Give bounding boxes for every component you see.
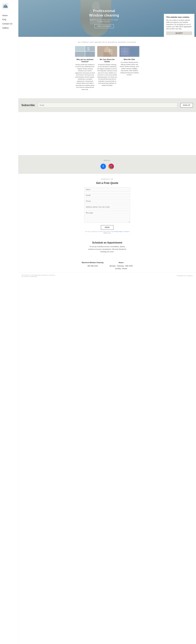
footer-powered-by: POWERED BY GODADDY bbox=[177, 275, 193, 276]
svg-rect-2 bbox=[75, 46, 85, 52]
cookie-text: We use cookies to analyze website traffi… bbox=[166, 19, 192, 30]
captcha-notice: This site is protected by reCAPTCHA and … bbox=[84, 231, 130, 234]
social-label: SOCIAL bbox=[21, 160, 193, 161]
nav-list: Home FAQ Contact Us › Gallery bbox=[2, 14, 16, 29]
card-image-svg-3 bbox=[119, 46, 139, 57]
footer-col-business: Maverick Window Cleaning 385-368-1635 bbox=[82, 262, 103, 270]
card-image-2 bbox=[97, 46, 117, 57]
chevron-icon: › bbox=[12, 23, 13, 24]
contact-section-label: CONTACT US bbox=[21, 178, 193, 180]
footer-hours-text: Monday - Saturday: 7AM–5PM Sunday: Close… bbox=[110, 265, 133, 270]
schedule-title: Schedule an Appointment bbox=[21, 241, 193, 244]
card-title-3: What We Offer bbox=[119, 58, 139, 60]
footer-business-phone: 385-368-1635 bbox=[82, 265, 103, 268]
schedule-section: Schedule an Appointment To set up a wind… bbox=[18, 238, 196, 259]
cards-row: Why get my windows cleaned? Having cryst… bbox=[21, 46, 193, 90]
schedule-text: To set up a window service consultation,… bbox=[87, 245, 127, 253]
main-content: ProfessionalWindow cleaning Brighten up … bbox=[18, 0, 196, 279]
footer-copyright: COPYRIGHT © 2024 MAVERICK WINDOW CLEANIN… bbox=[21, 274, 56, 277]
footer-business-name: Maverick Window Cleaning bbox=[82, 262, 103, 264]
subscribe-section: Subscribe SIGN UP bbox=[18, 98, 196, 112]
social-section: SOCIAL f 📷 bbox=[18, 155, 196, 174]
subscribe-button[interactable]: SIGN UP bbox=[180, 103, 193, 108]
hero-section: ProfessionalWindow cleaning Brighten up … bbox=[18, 0, 196, 37]
card-image-svg-1 bbox=[75, 46, 95, 57]
nav-link-home[interactable]: Home bbox=[2, 14, 8, 16]
nav-link-faq[interactable]: FAQ bbox=[2, 18, 6, 21]
contact-message-input[interactable] bbox=[84, 210, 130, 223]
privacy-policy-link[interactable]: Privacy Policy bbox=[114, 231, 122, 232]
card-image-svg-2 bbox=[97, 46, 117, 57]
card-what-offer: What We Offer Our window cleaning servic… bbox=[119, 46, 139, 90]
nav-item-gallery[interactable]: Gallery bbox=[2, 27, 16, 29]
no-streak-tagline: NO STREAK LEFT BEHIND WITH MAVERICK WIND… bbox=[21, 42, 193, 43]
card-text-3: Our window cleaning service offering inc… bbox=[119, 62, 139, 76]
card-care-details: We Care About the Details At Maverick Wi… bbox=[97, 46, 117, 90]
sidebar-nav: Home FAQ Contact Us › Gallery bbox=[0, 0, 18, 279]
card-text-2: At Maverick Window Cleaning, we are devo… bbox=[97, 64, 117, 86]
svg-rect-5 bbox=[85, 52, 95, 57]
cookie-accept-button[interactable]: ACCEPT bbox=[166, 32, 192, 35]
footer: COPYRIGHT © 2024 MAVERICK WINDOW CLEANIN… bbox=[18, 272, 196, 279]
cookie-banner: This website uses cookies. We use cookie… bbox=[164, 14, 195, 37]
nav-link-gallery[interactable]: Gallery bbox=[2, 27, 8, 29]
contact-form: SEND This site is protected by reCAPTCHA… bbox=[84, 187, 130, 234]
card-image-3 bbox=[119, 46, 139, 57]
contact-section: CONTACT US Get a Free Quote SEND This si… bbox=[18, 174, 196, 238]
logo-icon bbox=[2, 3, 8, 9]
subscribe-label: Subscribe bbox=[21, 104, 35, 107]
contact-phone-input[interactable] bbox=[84, 199, 130, 204]
hero-title: ProfessionalWindow cleaning bbox=[89, 9, 119, 18]
svg-rect-3 bbox=[85, 46, 95, 52]
svg-rect-8 bbox=[87, 47, 90, 51]
footer-hours-title: Hours bbox=[110, 262, 133, 264]
nav-link-contact[interactable]: Contact Us › bbox=[2, 22, 16, 25]
nav-item-contact[interactable]: Contact Us › bbox=[2, 22, 16, 25]
logo bbox=[2, 3, 16, 10]
hero-subtitle: Brighten up your home with our expert wi… bbox=[89, 19, 119, 22]
card-image-1 bbox=[75, 46, 95, 57]
subscribe-email-input[interactable] bbox=[38, 103, 177, 108]
contact-name-input[interactable] bbox=[84, 187, 130, 192]
svg-rect-15 bbox=[130, 48, 138, 55]
card-why-clean: Why get my windows cleaned? Having cryst… bbox=[75, 46, 95, 90]
no-streak-section: NO STREAK LEFT BEHIND WITH MAVERICK WIND… bbox=[18, 37, 196, 98]
contact-send-button[interactable]: SEND bbox=[101, 225, 113, 230]
instagram-icon[interactable]: 📷 bbox=[108, 164, 114, 169]
social-icons-row: f 📷 bbox=[21, 164, 193, 169]
contact-address-input[interactable] bbox=[84, 205, 130, 209]
facebook-icon[interactable]: f bbox=[100, 164, 106, 169]
card-title-2: We Care About the Details bbox=[97, 58, 117, 63]
spacer-section bbox=[18, 112, 196, 155]
footer-col-hours: Hours Monday - Saturday: 7AM–5PM Sunday:… bbox=[110, 262, 133, 270]
svg-rect-12 bbox=[109, 49, 112, 54]
nav-item-home[interactable]: Home bbox=[2, 14, 16, 16]
cookie-title: This website uses cookies. bbox=[166, 16, 192, 18]
contact-email-input[interactable] bbox=[84, 193, 130, 198]
hero-text-block: ProfessionalWindow cleaning Brighten up … bbox=[89, 9, 119, 28]
hero-cta-button[interactable]: FREE ESTIMATE bbox=[95, 24, 114, 28]
footer-info-section: Maverick Window Cleaning 385-368-1635 Ho… bbox=[18, 259, 196, 272]
card-text-1: Having crystal-clear windows is a must f… bbox=[75, 64, 95, 91]
nav-item-faq[interactable]: FAQ bbox=[2, 18, 16, 21]
svg-rect-4 bbox=[75, 52, 85, 57]
card-title-1: Why get my windows cleaned? bbox=[75, 58, 95, 63]
contact-title: Get a Free Quote bbox=[21, 182, 193, 185]
